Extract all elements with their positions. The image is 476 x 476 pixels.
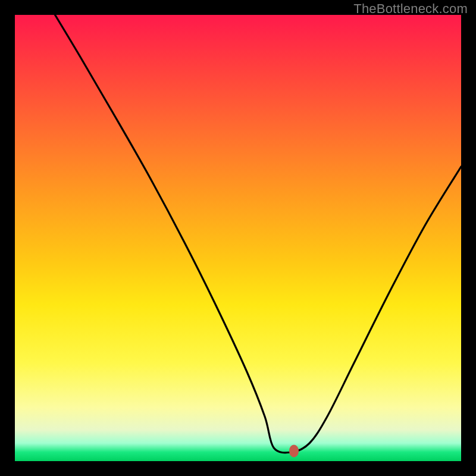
optimum-marker	[289, 444, 299, 457]
curve-svg	[15, 15, 461, 461]
bottleneck-curve	[55, 15, 462, 453]
attribution-text: TheBottleneck.com	[353, 1, 468, 17]
chart-frame: TheBottleneck.com	[0, 0, 476, 476]
plot-area	[15, 15, 461, 461]
